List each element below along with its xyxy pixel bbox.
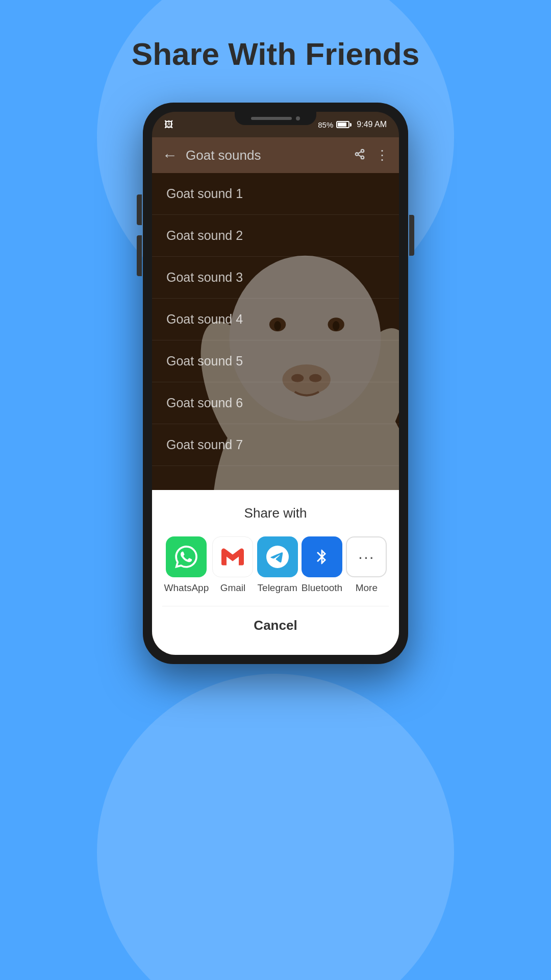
status-left: 🖼: [164, 119, 173, 130]
share-apps-row: WhatsApp Gmail: [162, 536, 389, 594]
share-more-button[interactable]: ··· More: [346, 536, 387, 594]
vol-up-button: [137, 194, 142, 225]
list-item[interactable]: Goat sound 2: [152, 215, 399, 257]
list-item[interactable]: Goat sound 5: [152, 340, 399, 382]
share-sheet: Share with WhatsApp: [152, 490, 399, 655]
notch-dot: [296, 116, 300, 120]
telegram-label: Telegram: [258, 582, 297, 594]
photo-status-icon: 🖼: [164, 119, 173, 130]
svg-line-4: [358, 151, 361, 153]
share-telegram-button[interactable]: Telegram: [257, 536, 298, 594]
svg-line-3: [358, 155, 361, 157]
app-bar: ← Goat sounds ⋮: [152, 137, 399, 173]
share-bluetooth-button[interactable]: Bluetooth: [302, 536, 342, 594]
list-item[interactable]: Goat sound 6: [152, 382, 399, 424]
app-bar-actions: ⋮: [354, 148, 389, 163]
phone-screen: 🖼 85% 9:49 AM ← Goat sounds: [152, 112, 399, 655]
notch-bar: [251, 117, 292, 120]
content-area: Goat sound 1 Goat sound 2 Goat sound 3 G…: [152, 173, 399, 655]
vol-down-button: [137, 235, 142, 276]
whatsapp-icon: [166, 536, 207, 577]
share-whatsapp-button[interactable]: WhatsApp: [164, 536, 209, 594]
status-right: 85% 9:49 AM: [318, 120, 387, 129]
share-sheet-title: Share with: [162, 505, 389, 521]
phone-mockup: 🖼 85% 9:49 AM ← Goat sounds: [143, 103, 408, 664]
battery-tip: [350, 123, 352, 127]
power-button: [409, 215, 414, 256]
notch: [235, 112, 316, 125]
share-icon[interactable]: [354, 148, 365, 163]
whatsapp-label: WhatsApp: [164, 582, 209, 594]
sound-list: Goat sound 1 Goat sound 2 Goat sound 3 G…: [152, 173, 399, 466]
battery-pct-text: 85%: [318, 120, 333, 129]
time-text: 9:49 AM: [357, 120, 387, 129]
battery-fill: [338, 122, 346, 127]
list-item[interactable]: Goat sound 4: [152, 299, 399, 340]
bg-circle-bottom: [97, 674, 454, 980]
status-bar: 🖼 85% 9:49 AM: [152, 112, 399, 137]
battery-body: [336, 121, 349, 128]
more-menu-icon[interactable]: ⋮: [375, 148, 389, 163]
gmail-label: Gmail: [220, 582, 246, 594]
bluetooth-icon: [302, 536, 342, 577]
list-item[interactable]: Goat sound 1: [152, 173, 399, 215]
telegram-icon: [257, 536, 298, 577]
cancel-button[interactable]: Cancel: [162, 606, 389, 645]
list-item[interactable]: Goat sound 7: [152, 424, 399, 466]
bluetooth-label: Bluetooth: [302, 582, 342, 594]
app-bar-title: Goat sounds: [186, 148, 354, 163]
page-title: Share With Friends: [132, 36, 419, 72]
share-gmail-button[interactable]: Gmail: [212, 536, 253, 594]
back-button[interactable]: ←: [162, 146, 178, 164]
more-label: More: [356, 582, 378, 594]
battery-icon: [336, 121, 352, 128]
gmail-icon: [212, 536, 253, 577]
list-item[interactable]: Goat sound 3: [152, 257, 399, 299]
more-icon: ···: [346, 536, 387, 577]
